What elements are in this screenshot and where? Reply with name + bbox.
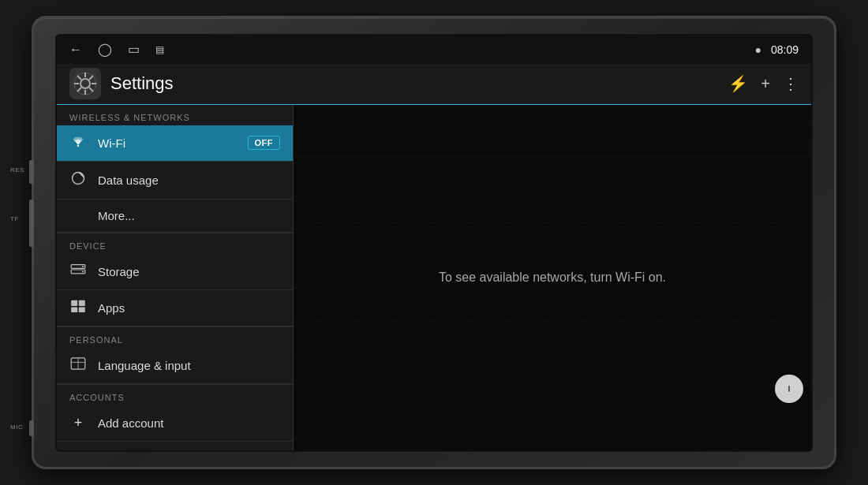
data-usage-icon: [69, 171, 87, 189]
svg-rect-18: [71, 307, 77, 312]
sidebar: WIRELESS & NETWORKS Wi-Fi OFF: [57, 105, 294, 450]
section-accounts-header: ACCOUNTS: [57, 385, 293, 405]
svg-rect-17: [79, 300, 85, 305]
sidebar-item-language[interactable]: Language & input: [57, 348, 293, 384]
recents-icon[interactable]: ▭: [128, 42, 140, 57]
mic-label: MIC: [10, 423, 23, 431]
svg-rect-16: [71, 300, 77, 305]
language-icon: [69, 357, 87, 374]
app-icon: [69, 68, 101, 99]
wifi-toggle[interactable]: OFF: [248, 136, 281, 150]
tf-label: TF: [10, 215, 19, 222]
section-device-header: DEVICE: [57, 233, 293, 254]
sidebar-item-more[interactable]: More...: [57, 200, 293, 233]
home-icon[interactable]: ◯: [98, 42, 112, 57]
nav-icons: ← ◯ ▭ ▤: [69, 42, 164, 57]
svg-rect-24: [788, 386, 790, 392]
add-icon[interactable]: +: [761, 75, 770, 93]
title-actions: ⚡ + ⋮: [728, 74, 799, 93]
status-bar: ← ◯ ▭ ▤ ● 08:09: [57, 35, 811, 64]
main-content: WIRELESS & NETWORKS Wi-Fi OFF: [57, 105, 811, 450]
screen: ← ◯ ▭ ▤ ● 08:09: [55, 34, 813, 452]
more-icon[interactable]: ⋮: [783, 74, 799, 93]
status-time: 08:09: [771, 43, 799, 56]
location-icon: ●: [754, 43, 761, 56]
data-usage-label: Data usage: [98, 173, 280, 187]
apps-label: Apps: [98, 301, 280, 315]
scroll-indicator[interactable]: [775, 375, 803, 403]
res-button[interactable]: RES: [29, 160, 34, 184]
wifi-label: Wi-Fi: [98, 136, 237, 150]
sidebar-item-add-account[interactable]: + Add account: [57, 405, 293, 442]
section-wireless-header: WIRELESS & NETWORKS: [57, 105, 293, 125]
more-label: More...: [98, 209, 135, 222]
menu-icon[interactable]: ▤: [155, 44, 164, 55]
sidebar-item-apps[interactable]: Apps: [57, 290, 293, 326]
mic-button[interactable]: MIC: [29, 420, 34, 436]
res-label: RES: [10, 166, 24, 173]
wifi-icon: [69, 135, 87, 151]
svg-point-10: [77, 144, 80, 147]
wifi-message: To see available networks, turn Wi-Fi on…: [439, 270, 666, 285]
sidebar-item-storage[interactable]: Storage: [57, 254, 293, 290]
svg-rect-19: [79, 307, 85, 312]
status-right: ● 08:09: [754, 43, 799, 56]
title-bar: Settings ⚡ + ⋮: [57, 64, 811, 105]
apps-icon: [69, 300, 87, 316]
section-personal-header: PERSONAL: [57, 327, 293, 348]
tf-button[interactable]: TF: [29, 200, 34, 247]
add-account-label: Add account: [98, 416, 280, 430]
page-title: Settings: [110, 73, 728, 94]
add-account-icon: +: [69, 415, 87, 431]
storage-icon: [69, 263, 87, 280]
sidebar-item-wifi[interactable]: Wi-Fi OFF: [57, 125, 293, 162]
back-icon[interactable]: ←: [69, 43, 82, 57]
content-panel: To see available networks, turn Wi-Fi on…: [294, 105, 811, 450]
storage-label: Storage: [98, 265, 280, 278]
sidebar-item-data-usage[interactable]: Data usage: [57, 162, 293, 200]
device-frame: RES TF MIC ← ◯ ▭ ▤ ● 08:09: [32, 16, 836, 469]
language-label: Language & input: [98, 359, 280, 372]
flash-icon[interactable]: ⚡: [728, 74, 748, 93]
